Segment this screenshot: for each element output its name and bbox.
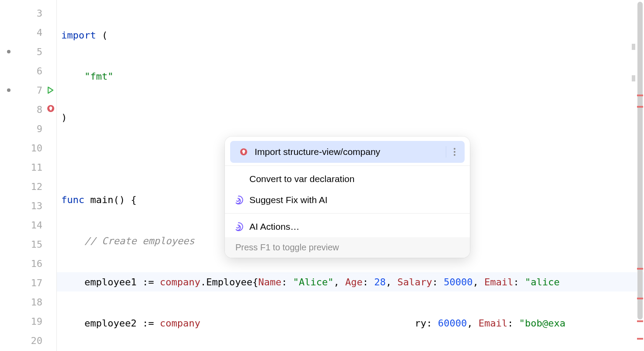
error-stripe[interactable] [637,320,643,322]
intention-label: Convert to var declaration [249,174,354,184]
intention-label: AI Actions… [249,221,299,232]
line-number: 13 [31,200,43,211]
string: "bob@exa [519,318,565,329]
line-number: 9 [37,123,42,134]
field: Salary [397,277,432,288]
line-number: 3 [37,8,42,19]
field: Email [484,277,513,288]
field: Email [479,318,508,329]
line-number: 11 [31,162,43,173]
indent [61,235,84,246]
svg-point-3 [454,151,455,153]
error-bulb-icon [239,147,248,156]
vertical-scrollbar[interactable] [637,0,643,351]
punct: : [432,277,444,288]
svg-point-2 [454,148,455,150]
line-number: 8 [37,104,42,115]
indent [61,71,84,82]
intention-bulb-icon[interactable] [46,104,55,115]
field: Name [258,277,281,288]
keyword: func [61,194,84,205]
punct: : [281,277,293,288]
type: .Employee{ [200,277,258,288]
string: "fmt" [84,71,113,82]
package-ref: company [160,277,200,288]
package-ref: company [160,318,200,329]
ai-spiral-icon [234,195,243,205]
intention-label: Import structure-view/company [255,147,380,157]
indent [61,318,84,329]
overview-tick [632,75,635,81]
number: 60000 [438,318,467,329]
intention-label: Suggest Fix with AI [249,195,328,205]
line-number: 17 [31,277,43,288]
intention-popup[interactable]: Import structure-view/company Convert to… [225,137,470,258]
scrollbar-thumb[interactable] [637,2,643,319]
line-number: 20 [31,335,43,346]
field: Age [345,277,363,288]
bookmark-icon[interactable] [7,88,10,92]
punct: , [467,318,479,329]
intention-item-suggest-ai[interactable]: Suggest Fix with AI [225,190,470,211]
line-number: 15 [31,239,43,250]
intention-item-ai-actions[interactable]: AI Actions… [225,216,470,237]
line-number: 7 [37,85,42,96]
number: 50000 [444,277,472,288]
ident: employee2 := [84,318,160,329]
error-stripe[interactable] [637,106,643,108]
number: 28 [374,277,386,288]
line-number: 4 [37,27,42,38]
fragment: ry: [415,318,438,329]
line-number: 5 [37,46,42,57]
indent [61,277,84,288]
error-stripe[interactable] [637,95,643,96]
error-stripe[interactable] [637,298,643,299]
line-number: 16 [31,258,43,269]
keyword: import [61,30,96,41]
line-number: 19 [31,316,43,327]
line-number: 14 [31,220,43,231]
ai-spiral-icon [234,222,243,232]
intention-item-convert-var[interactable]: Convert to var declaration [225,168,470,190]
overview-tick [632,44,635,50]
func-name: main [84,194,113,205]
line-number: 6 [37,66,42,77]
punct: : [508,318,519,329]
intention-item-import[interactable]: Import structure-view/company [230,141,465,163]
run-icon[interactable] [46,86,55,95]
string: "Alice" [293,277,334,288]
punct: : [363,277,374,288]
separator [225,165,470,166]
error-stripe[interactable] [637,268,643,270]
error-stripe[interactable] [637,338,643,340]
separator [225,213,470,214]
gutter: 3 4 5 6 7 8 9 10 11 12 13 14 15 16 17 18… [0,0,57,351]
popup-footer: Press F1 to toggle preview [225,237,470,258]
kebab-icon[interactable] [446,146,456,158]
comment: // Create employees [84,235,195,246]
punct: , [334,277,346,288]
line-number: 10 [31,143,43,154]
punct: : [513,277,525,288]
bookmark-icon[interactable] [7,50,10,53]
string: "alice [525,277,560,288]
svg-point-4 [454,154,455,156]
line-number: 18 [31,297,43,308]
punct: , [473,277,485,288]
punct: ( [96,30,108,41]
line-number: 12 [31,181,43,192]
ident: employee1 := [84,277,160,288]
punct: ) [61,112,67,123]
punct: () { [113,194,136,205]
punct: , [386,277,398,288]
